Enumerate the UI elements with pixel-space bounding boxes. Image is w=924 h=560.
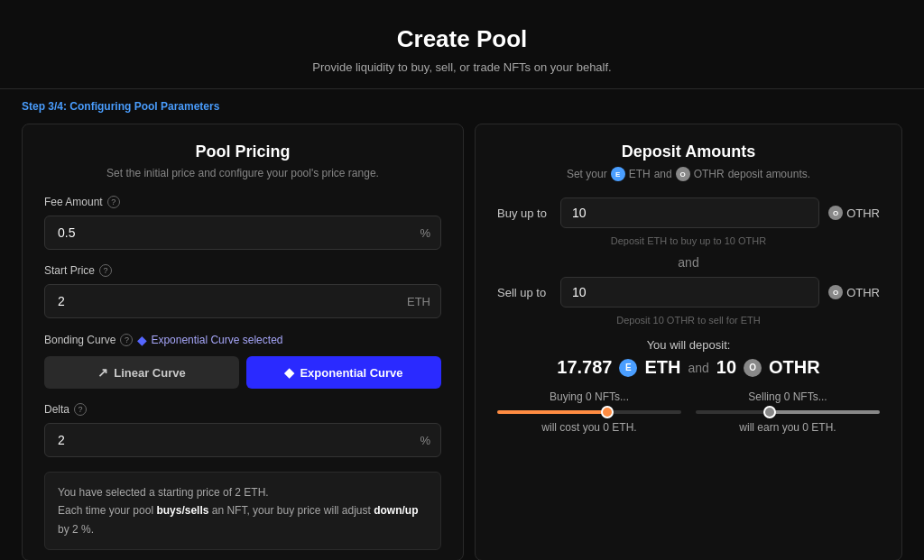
nft-section: Buying 0 NFTs... will cost you 0 ETH. Se… (497, 390, 880, 434)
buying-slider-track (497, 410, 681, 414)
sell-othr-icon: O (828, 285, 843, 299)
linear-curve-button[interactable]: ↗ Linear Curve (44, 356, 239, 389)
fee-amount-input[interactable] (44, 216, 441, 250)
page-subtitle: Provide liquidity to buy, sell, or trade… (18, 60, 906, 74)
deposit-othr-token: OTHR (769, 357, 820, 378)
deposit-amounts-panel: Deposit Amounts Set your E ETH and O OTH… (475, 124, 902, 560)
buy-token-badge: O OTHR (828, 206, 880, 220)
curve-buttons: ↗ Linear Curve ◆ Exponential Curve (44, 356, 441, 389)
fee-amount-wrapper: % (44, 216, 441, 250)
fee-amount-label: Fee Amount ? (44, 196, 441, 208)
page-header: Create Pool Provide liquidity to buy, se… (0, 0, 924, 89)
deposit-subtitle: Set your E ETH and O OTHR deposit amount… (497, 167, 880, 181)
pool-pricing-panel: Pool Pricing Set the initial price and c… (22, 124, 464, 560)
exponential-curve-icon: ◆ (284, 365, 294, 380)
sell-token-badge: O OTHR (828, 285, 880, 299)
delta-suffix: % (420, 434, 430, 447)
selling-nft-col: Selling 0 NFTs... will earn you 0 ETH. (696, 390, 880, 434)
selling-slider-thumb[interactable] (763, 406, 776, 418)
start-price-input[interactable] (44, 284, 441, 318)
you-will-deposit-label: You will deposit: (497, 338, 880, 352)
buying-slider-thumb[interactable] (601, 406, 614, 418)
delta-help-icon[interactable]: ? (74, 403, 87, 416)
deposit-eth-icon: E (619, 359, 637, 377)
sell-up-to-row: Sell up to O OTHR (497, 277, 880, 308)
step-indicator: Step 3/4: Configuring Pool Parameters (0, 89, 924, 124)
exponential-badge-icon: ◆ (137, 333, 147, 347)
buying-label: Buying 0 NFTs... (497, 390, 681, 403)
delta-label: Delta ? (44, 403, 441, 416)
main-content: Pool Pricing Set the initial price and c… (0, 124, 924, 560)
start-price-help-icon[interactable]: ? (99, 264, 112, 277)
deposit-eth-amount: 17.787 (557, 357, 612, 378)
deposit-othr-amount: 10 (716, 357, 736, 378)
selected-badge: ◆ Exponential Curve selected (137, 333, 282, 347)
buying-nft-col: Buying 0 NFTs... will cost you 0 ETH. (497, 390, 681, 434)
fee-suffix: % (420, 226, 430, 240)
bonding-curve-label: Bonding Curve ? ◆ Exponential Curve sele… (44, 333, 441, 347)
bonding-curve-help-icon[interactable]: ? (120, 334, 133, 346)
deposit-title: Deposit Amounts (497, 142, 880, 161)
selling-cost: will earn you 0 ETH. (696, 421, 880, 434)
sell-amount-input[interactable] (560, 277, 819, 308)
buy-othr-icon: O (828, 206, 843, 220)
deposit-and: and (688, 361, 708, 375)
sell-hint: Deposit 10 OTHR to sell for ETH (497, 315, 880, 326)
selling-slider-track (696, 410, 880, 414)
delta-wrapper: % (44, 423, 441, 457)
deposit-eth-token: ETH (644, 357, 680, 378)
selling-label: Selling 0 NFTs... (696, 390, 880, 403)
fee-help-icon[interactable]: ? (107, 196, 120, 208)
start-price-label: Start Price ? (44, 264, 441, 277)
and-separator: and (497, 255, 880, 270)
pool-pricing-title: Pool Pricing (44, 142, 441, 161)
info-box: You have selected a starting price of 2 … (44, 472, 441, 550)
othr-icon: O (676, 167, 690, 181)
start-price-suffix: ETH (407, 295, 430, 308)
eth-icon: E (611, 167, 625, 181)
page-title: Create Pool (18, 25, 906, 53)
buy-up-to-row: Buy up to O OTHR (497, 197, 880, 228)
deposit-othr-icon-2: O (744, 359, 762, 377)
buying-cost: will cost you 0 ETH. (497, 421, 681, 434)
buy-label: Buy up to (497, 207, 551, 220)
buy-hint: Deposit ETH to buy up to 10 OTHR (497, 235, 880, 246)
buy-amount-input[interactable] (560, 197, 819, 228)
start-price-wrapper: ETH (44, 284, 441, 318)
sell-label: Sell up to (497, 286, 551, 299)
deposit-amounts-display: 17.787 E ETH and 10 O OTHR (497, 357, 880, 378)
exponential-curve-button[interactable]: ◆ Exponential Curve (246, 356, 441, 389)
linear-curve-icon: ↗ (97, 365, 108, 380)
pool-pricing-subtitle: Set the initial price and configure your… (44, 167, 441, 179)
delta-input[interactable] (44, 423, 441, 457)
